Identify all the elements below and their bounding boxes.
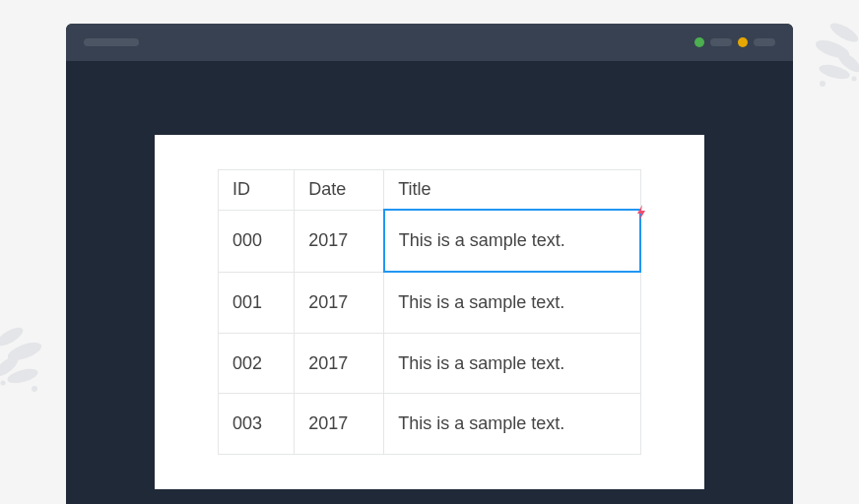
window-dot-amber[interactable] <box>738 37 748 47</box>
window-pill <box>754 38 775 46</box>
header-date[interactable]: Date <box>295 170 384 211</box>
cell-text: This is a sample text. <box>399 230 565 250</box>
header-id[interactable]: ID <box>219 170 295 211</box>
table-header-row: ID Date Title <box>219 170 641 211</box>
svg-point-5 <box>1 381 6 386</box>
svg-point-4 <box>32 386 37 392</box>
cell-id[interactable]: 003 <box>219 394 295 455</box>
table-row[interactable]: 002 2017 This is a sample text. <box>219 333 641 394</box>
cell-id[interactable]: 001 <box>219 272 295 333</box>
svg-point-6 <box>827 20 859 45</box>
cell-id[interactable]: 002 <box>219 333 295 394</box>
table-row[interactable]: 001 2017 This is a sample text. <box>219 272 641 333</box>
window-controls <box>694 37 775 47</box>
window-title-bar <box>66 24 793 61</box>
data-table[interactable]: ID Date Title 000 2017 This is a sample … <box>218 169 641 455</box>
cell-date[interactable]: 2017 <box>295 394 384 455</box>
table-row[interactable]: 003 2017 This is a sample text. <box>219 394 641 455</box>
cell-date[interactable]: 2017 <box>295 272 384 333</box>
svg-point-10 <box>820 81 826 87</box>
cell-title[interactable]: This is a sample text. <box>384 333 640 394</box>
header-title[interactable]: Title <box>384 170 640 211</box>
browser-window: ID Date Title 000 2017 This is a sample … <box>66 24 793 504</box>
cell-title-selected[interactable]: This is a sample text. <box>384 210 640 272</box>
cell-date[interactable]: 2017 <box>295 210 384 272</box>
cell-title[interactable]: This is a sample text. <box>384 272 640 333</box>
bolt-icon <box>635 205 647 220</box>
cell-date[interactable]: 2017 <box>295 333 384 394</box>
svg-point-11 <box>852 77 857 82</box>
decorative-leaves-left <box>0 322 54 401</box>
decorative-leaves-right <box>805 15 859 94</box>
table-row[interactable]: 000 2017 This is a sample text. <box>219 210 641 272</box>
content-card: ID Date Title 000 2017 This is a sample … <box>155 135 704 489</box>
title-bar-placeholder <box>84 38 139 46</box>
cell-id[interactable]: 000 <box>219 210 295 272</box>
window-pill <box>710 38 732 46</box>
cell-title[interactable]: This is a sample text. <box>384 394 640 455</box>
content-area: ID Date Title 000 2017 This is a sample … <box>66 61 793 489</box>
window-dot-green[interactable] <box>694 37 704 47</box>
